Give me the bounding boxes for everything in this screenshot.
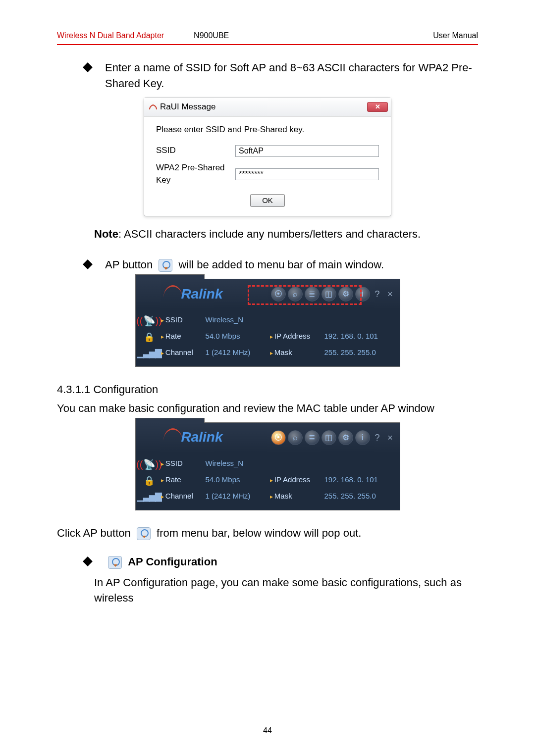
window-close-icon[interactable]: × xyxy=(385,432,396,443)
product-name: Wireless N Dual Band Adapter xyxy=(57,30,164,41)
ap-button-icon xyxy=(137,527,151,540)
ralink-main-window-2: Ralink ⦿ ⌕ ≣ ◫ ⚙ i ? × ((📡)) 🔒 ▁▃▅▇ SSID… xyxy=(135,422,400,510)
mask-status-value: 255. 255. 255.0 xyxy=(324,347,394,358)
broadcast-icon: ((📡)) xyxy=(142,316,156,327)
dialog-instruction: Please enter SSID and Pre-Shared key. xyxy=(156,124,379,136)
menu-bar: ⦿ ⌕ ≣ ◫ ⚙ i ? × xyxy=(271,430,396,445)
body-paragraph: In AP Configuration page, you can make s… xyxy=(94,575,478,606)
close-icon: ✕ xyxy=(375,102,380,112)
section-body: You can make basic configuration and rev… xyxy=(57,401,478,416)
ip-status-label: IP Address xyxy=(270,331,324,342)
channel-status-value: 1 (2412 MHz) xyxy=(206,347,270,358)
menu-ap-icon[interactable]: ⦿ xyxy=(271,287,286,302)
bullet-diamond-icon xyxy=(83,556,93,566)
text-fragment: from menu bar, below window will pop out… xyxy=(157,527,361,539)
bullet-diamond-icon xyxy=(83,259,93,269)
ip-status-value: 192. 168. 0. 101 xyxy=(324,331,394,342)
ssid-status-value: Wireless_N xyxy=(206,314,270,325)
model-name: N900UBE xyxy=(194,30,229,41)
ip-status-value: 192. 168. 0. 101 xyxy=(324,474,394,485)
ralink-main-window: Ralink ⦿ ⌕ ≣ ◫ ⚙ i ? × ((📡)) 🔒 ▁▃▅▇ SSID… xyxy=(135,279,400,367)
menu-list-icon[interactable]: ≣ xyxy=(305,430,320,445)
status-grid: SSID Wireless_N Rate 54.0 Mbps IP Addres… xyxy=(161,457,394,502)
note-line: Note: ASCII characters include any numbe… xyxy=(94,226,478,242)
menu-gear-icon[interactable]: ⚙ xyxy=(338,430,353,445)
help-icon[interactable]: ? xyxy=(372,289,383,300)
note-text: : ASCII characters include any numbers/l… xyxy=(118,228,421,240)
status-grid: SSID Wireless_N Rate 54.0 Mbps IP Addres… xyxy=(161,314,394,358)
bullet-text: AP Configuration xyxy=(105,554,217,570)
ralink-logo: Ralink xyxy=(163,427,223,448)
lock-icon: 🔒 xyxy=(142,475,156,486)
bullet-item: Enter a name of SSID for Soft AP and 8~6… xyxy=(84,60,478,92)
window-tab xyxy=(135,274,205,279)
wpa2-key-input[interactable] xyxy=(235,168,379,180)
lock-icon: 🔒 xyxy=(142,332,156,343)
dialog-title: RaUI Message xyxy=(160,101,215,113)
window-close-icon[interactable]: × xyxy=(385,289,396,300)
ap-button-icon xyxy=(108,556,122,569)
menu-gear-icon[interactable]: ⚙ xyxy=(338,287,353,302)
bullet-item: AP Configuration xyxy=(84,554,478,570)
page-header: Wireless N Dual Band Adapter N900UBE Use… xyxy=(57,30,478,45)
menu-info-icon[interactable]: i xyxy=(355,287,370,302)
ralink-logo: Ralink xyxy=(163,284,223,304)
mask-status-label: Mask xyxy=(270,347,324,358)
menu-search-icon[interactable]: ⌕ xyxy=(288,430,303,445)
ssid-status-label: SSID xyxy=(161,314,206,325)
status-icon-column: ((📡)) 🔒 ▁▃▅▇ xyxy=(138,457,161,502)
ssid-input[interactable] xyxy=(235,145,379,157)
dialog-close-button[interactable]: ✕ xyxy=(367,102,388,112)
window-tab xyxy=(135,418,205,423)
text-fragment: Click AP button xyxy=(57,527,131,539)
ssid-status-value: Wireless_N xyxy=(206,458,270,469)
rate-status-label: Rate xyxy=(161,331,206,342)
ap-config-heading: AP Configuration xyxy=(128,555,217,568)
section-heading: 4.3.1.1 Configuration xyxy=(57,382,478,398)
mask-status-label: Mask xyxy=(270,491,324,502)
ok-button[interactable]: OK xyxy=(250,194,285,207)
ralink-titlebar: Ralink ⦿ ⌕ ≣ ◫ ⚙ i ? × xyxy=(136,423,400,453)
rate-status-value: 54.0 Mbps xyxy=(206,331,270,342)
broadcast-icon: ((📡)) xyxy=(142,459,156,470)
ssid-status-label: SSID xyxy=(161,458,206,469)
channel-status-value: 1 (2412 MHz) xyxy=(206,491,270,502)
wpa2-key-label: WPA2 Pre-Shared Key xyxy=(156,162,235,186)
ap-button-icon xyxy=(159,259,172,272)
page-number: 44 xyxy=(0,725,535,736)
menu-list-icon[interactable]: ≣ xyxy=(305,287,320,302)
rate-status-label: Rate xyxy=(161,474,206,485)
help-icon[interactable]: ? xyxy=(372,432,383,443)
menu-search-icon[interactable]: ⌕ xyxy=(288,287,303,302)
bullet-text: Enter a name of SSID for Soft AP and 8~6… xyxy=(105,60,478,92)
menu-page-icon[interactable]: ◫ xyxy=(321,430,336,445)
status-icon-column: ((📡)) 🔒 ▁▃▅▇ xyxy=(138,314,161,358)
bullet-item: AP button will be added to menu bar of m… xyxy=(84,257,478,273)
text-fragment: will be added to menu bar of main window… xyxy=(178,258,384,271)
signal-bars-icon: ▁▃▅▇ xyxy=(142,491,156,502)
channel-status-label: Channel xyxy=(161,491,206,502)
instruction-line: Click AP button from menu bar, below win… xyxy=(57,525,478,541)
channel-status-label: Channel xyxy=(161,347,206,358)
doc-type: User Manual xyxy=(433,30,478,41)
signal-bars-icon: ▁▃▅▇ xyxy=(142,348,156,358)
menu-ap-icon-selected[interactable]: ⦿ xyxy=(271,430,286,445)
dialog-titlebar: RaUI Message ✕ xyxy=(144,98,391,117)
menu-bar: ⦿ ⌕ ≣ ◫ ⚙ i ? × xyxy=(271,287,396,302)
raui-message-dialog: RaUI Message ✕ Please enter SSID and Pre… xyxy=(144,98,391,216)
menu-page-icon[interactable]: ◫ xyxy=(321,287,336,302)
ip-status-label: IP Address xyxy=(270,474,324,485)
text-fragment: AP button xyxy=(105,258,153,271)
note-prefix: Note xyxy=(94,228,118,240)
bullet-text: AP button will be added to menu bar of m… xyxy=(105,257,384,273)
mask-status-value: 255. 255. 255.0 xyxy=(324,491,394,502)
ssid-label: SSID xyxy=(156,145,235,157)
menu-info-icon[interactable]: i xyxy=(355,430,370,445)
dialog-app-icon xyxy=(149,103,157,111)
rate-status-value: 54.0 Mbps xyxy=(206,474,270,485)
ralink-titlebar: Ralink ⦿ ⌕ ≣ ◫ ⚙ i ? × xyxy=(136,279,400,309)
bullet-diamond-icon xyxy=(83,62,93,72)
